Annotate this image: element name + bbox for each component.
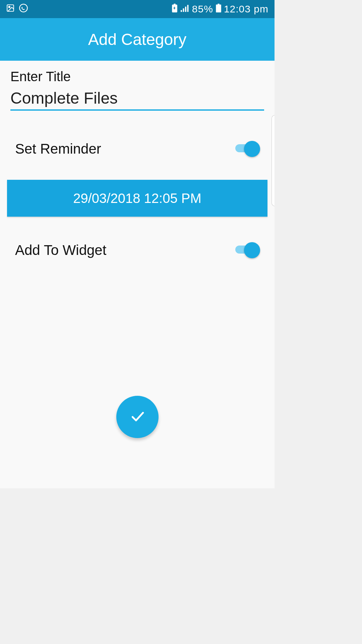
check-icon — [129, 408, 146, 426]
add-to-widget-row: Add To Widget — [10, 242, 264, 258]
picture-icon — [6, 4, 15, 15]
svg-rect-10 — [218, 4, 219, 5]
content-area: Enter Title Set Reminder 29/03/2018 12:0… — [0, 61, 275, 488]
svg-rect-5 — [181, 10, 182, 12]
datetime-value: 29/03/2018 12:05 PM — [73, 191, 201, 206]
set-reminder-label: Set Reminder — [15, 141, 101, 157]
battery-percent: 85% — [192, 3, 213, 15]
svg-point-2 — [19, 4, 27, 12]
confirm-button[interactable] — [116, 396, 159, 438]
battery-saver-icon — [171, 4, 178, 15]
app-bar: Add Category — [0, 18, 275, 61]
edge-panel-handle[interactable] — [272, 115, 275, 206]
svg-rect-8 — [187, 5, 188, 12]
status-clock: 12:03 pm — [224, 3, 268, 15]
title-field-label: Enter Title — [10, 69, 264, 84]
svg-rect-7 — [185, 7, 186, 12]
title-input[interactable] — [10, 87, 264, 111]
svg-rect-4 — [174, 4, 175, 5]
page-title: Add Category — [88, 30, 187, 49]
status-left — [6, 3, 28, 15]
svg-rect-6 — [183, 8, 184, 12]
status-right: 85% 12:03 pm — [171, 3, 268, 15]
svg-rect-9 — [216, 4, 221, 12]
add-to-widget-toggle[interactable] — [235, 242, 259, 258]
status-bar: 85% 12:03 pm — [0, 0, 275, 18]
toggle-thumb — [244, 242, 260, 258]
battery-icon — [216, 4, 221, 15]
whatsapp-icon — [19, 3, 28, 15]
set-reminder-toggle[interactable] — [235, 141, 259, 157]
signal-icon — [181, 4, 189, 14]
toggle-thumb — [244, 141, 260, 157]
add-to-widget-label: Add To Widget — [15, 242, 106, 258]
set-reminder-row: Set Reminder — [10, 141, 264, 157]
datetime-picker-button[interactable]: 29/03/2018 12:05 PM — [7, 180, 267, 217]
svg-point-1 — [9, 6, 10, 7]
